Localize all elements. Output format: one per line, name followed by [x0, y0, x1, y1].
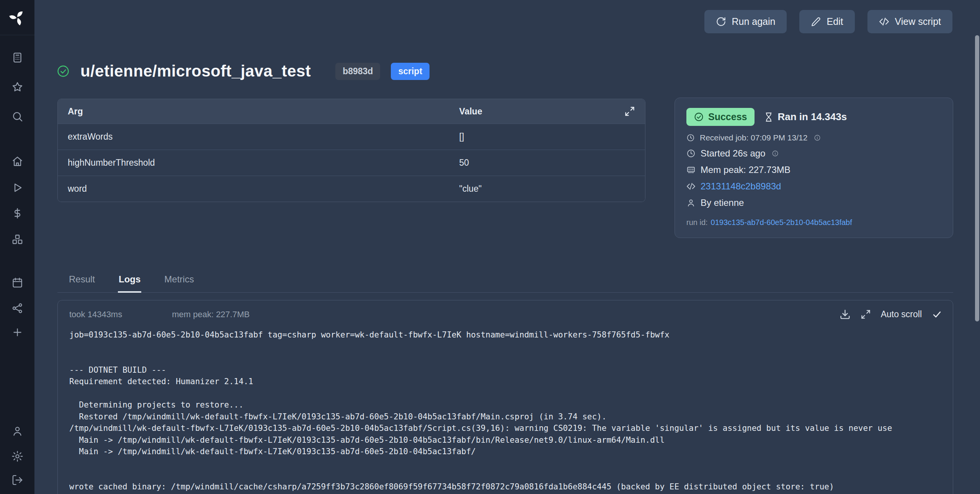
page-title: u/etienne/microsoft_java_test — [80, 62, 311, 80]
code-icon — [879, 16, 889, 27]
received-job-text: Received job: 07:09 PM 13/12 — [700, 133, 807, 142]
value-column-header: Value — [459, 106, 624, 117]
edit-button[interactable]: Edit — [799, 10, 854, 33]
arg-column-header: Arg — [68, 106, 459, 117]
result-tabs: Result Logs Metrics — [57, 268, 953, 293]
sidebar-item-add[interactable] — [7, 322, 28, 342]
info-icon[interactable] — [772, 150, 779, 157]
sidebar — [0, 0, 34, 494]
check-circle-icon — [694, 112, 704, 122]
script-kind-badge[interactable]: script — [391, 63, 430, 80]
args-table: Arg Value extraWords [] highNumberThresh… — [57, 99, 645, 202]
title-row: u/etienne/microsoft_java_test b8983d scr… — [57, 57, 430, 85]
download-icon — [840, 309, 851, 320]
log-content[interactable]: job=0193c135-ab7d-60e5-2b10-04b5ac13fabf… — [58, 320, 953, 494]
log-header: took 14343ms mem peak: 227.7MB Auto scro… — [58, 300, 953, 320]
maximize-icon — [861, 309, 871, 320]
user-icon — [11, 425, 23, 437]
logout-arrow-icon — [11, 474, 23, 486]
gear-icon — [11, 450, 23, 462]
expand-logs-button[interactable] — [861, 309, 871, 320]
app-root: Run again Edit View script u/etienne/mic… — [0, 0, 980, 494]
check-icon — [932, 309, 942, 320]
arg-name: word — [68, 184, 459, 194]
author-text: By etienne — [701, 197, 744, 208]
job-status-panel: Success Ran in 14.343s Received job: 07:… — [675, 98, 953, 238]
auto-scroll-toggle-label[interactable]: Auto scroll — [881, 309, 922, 320]
sidebar-item-runs[interactable] — [7, 47, 28, 67]
expand-args-button[interactable] — [624, 106, 635, 117]
sidebar-item-favorites[interactable] — [7, 77, 28, 97]
run-id-label: run id: — [686, 218, 708, 227]
sidebar-item-home[interactable] — [7, 151, 28, 171]
view-script-label: View script — [895, 16, 941, 27]
args-table-header: Arg Value — [58, 99, 645, 124]
run-again-button[interactable]: Run again — [704, 10, 787, 33]
refresh-icon — [716, 16, 726, 27]
page-scrollbar[interactable] — [975, 0, 979, 494]
download-logs-button[interactable] — [840, 309, 851, 320]
log-mem-peak-text: mem peak: 227.7MB — [172, 310, 250, 320]
home-icon — [11, 155, 23, 167]
mem-peak-text: Mem peak: 227.73MB — [701, 165, 791, 175]
run-duration: Ran in 14.343s — [777, 111, 847, 123]
dollar-icon — [11, 207, 23, 219]
arg-value: "clue" — [459, 184, 635, 194]
boxes-icon — [11, 233, 23, 245]
arg-name: highNumberThreshold — [68, 158, 459, 168]
status-label: Success — [708, 111, 747, 122]
maximize-icon — [624, 106, 635, 117]
code-icon — [686, 182, 696, 191]
success-check-icon — [57, 65, 70, 78]
sidebar-item-account[interactable] — [7, 421, 28, 441]
log-panel: took 14343ms mem peak: 227.7MB Auto scro… — [57, 300, 953, 494]
started-text: Started 26s ago — [701, 148, 765, 159]
tab-result[interactable]: Result — [68, 274, 96, 293]
scrollbar-thumb[interactable] — [975, 35, 979, 321]
memory-chip-icon — [686, 165, 696, 174]
table-row: word "clue" — [58, 176, 645, 202]
arg-name: extraWords — [68, 132, 459, 142]
auto-scroll-checkbox[interactable] — [932, 309, 942, 320]
windmill-logo-icon — [9, 9, 26, 26]
sidebar-item-schedules[interactable] — [7, 272, 28, 292]
sidebar-item-workers[interactable] — [7, 298, 28, 318]
sidebar-item-variables[interactable] — [7, 203, 28, 223]
sidebar-item-resources[interactable] — [7, 229, 28, 249]
hourglass-icon — [764, 112, 774, 122]
calendar-icon — [11, 277, 23, 289]
log-took-text: took 14343ms — [69, 310, 122, 320]
sidebar-item-jobs[interactable] — [7, 178, 28, 197]
user-icon — [686, 198, 696, 207]
pencil-icon — [811, 17, 821, 27]
run-again-label: Run again — [732, 16, 776, 27]
clock-icon — [686, 134, 695, 142]
table-row: highNumberThreshold 50 — [58, 150, 645, 176]
windmill-logo[interactable] — [0, 0, 34, 35]
tab-metrics[interactable]: Metrics — [163, 274, 194, 293]
star-icon — [11, 81, 23, 93]
arg-value: 50 — [459, 158, 635, 168]
edit-label: Edit — [826, 16, 843, 27]
sidebar-item-collapse[interactable] — [7, 470, 28, 490]
search-icon — [11, 111, 23, 122]
sidebar-item-settings[interactable] — [7, 446, 28, 466]
table-row: extraWords [] — [58, 124, 645, 150]
calculator-icon — [11, 52, 23, 64]
hash-badge: b8983d — [335, 63, 380, 80]
play-icon — [11, 182, 23, 194]
status-badge: Success — [686, 108, 755, 126]
action-buttons: Run again Edit View script — [704, 10, 953, 33]
clock-icon — [686, 149, 696, 158]
plus-icon — [11, 326, 23, 338]
script-hash-link[interactable]: 23131148c2b8983d — [701, 181, 781, 192]
run-id-link[interactable]: 0193c135-ab7d-60e5-2b10-04b5ac13fabf — [711, 218, 852, 227]
info-icon[interactable] — [814, 134, 821, 141]
tab-logs[interactable]: Logs — [118, 274, 141, 293]
arg-value: [] — [459, 132, 635, 142]
view-script-button[interactable]: View script — [867, 10, 952, 33]
share-nodes-icon — [11, 302, 23, 314]
sidebar-item-search[interactable] — [7, 106, 28, 126]
